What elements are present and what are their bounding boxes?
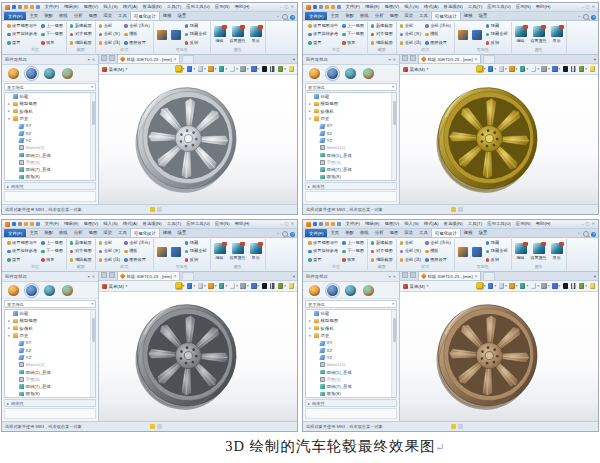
panel-menu-icon[interactable]: ▾ (389, 57, 391, 62)
expander-icon[interactable]: ▸ (308, 401, 310, 406)
viewport-canvas[interactable] (400, 75, 598, 204)
close-button[interactable]: ✕ (591, 220, 595, 228)
ribbon-tab[interactable]: 可视化设计 (130, 12, 160, 20)
ribbon-tab[interactable]: 工具 (416, 12, 431, 19)
ribbon-tab[interactable]: 渲染 (401, 229, 416, 236)
ribbon-big-button[interactable]: 设置属性 (230, 26, 246, 43)
shaded-style-icon[interactable]: ▾ (208, 283, 216, 289)
tree-item[interactable]: 圆角(8) (306, 390, 396, 397)
collapse-ribbon-icon[interactable]: ⌃ (577, 15, 581, 20)
find-icon[interactable] (590, 283, 596, 289)
annotation-icon[interactable]: ▾ (240, 283, 248, 289)
part-navigator-icon[interactable] (62, 68, 73, 79)
ribbon-button[interactable]: 上一视图 (342, 23, 364, 29)
ribbon-button[interactable]: 对齐视图 (70, 248, 92, 254)
tab-overflow-icon[interactable]: ▾ (594, 57, 596, 62)
redo-icon[interactable] (30, 5, 34, 9)
assembly-navigator-icon[interactable] (327, 68, 338, 79)
ribbon-button[interactable]: 全部 (99, 240, 121, 246)
snap-point-icon[interactable]: ▾ (176, 283, 184, 289)
background-striped-icon[interactable] (571, 283, 577, 289)
ribbon-tab[interactable]: 主页 (26, 229, 41, 236)
menu-item[interactable]: 文件(F) (45, 3, 59, 11)
ribbon-button[interactable]: 下一视图 (342, 31, 364, 37)
ribbon-button[interactable]: 模板 (124, 31, 150, 37)
menu-item[interactable]: 应用工具(U) (487, 220, 511, 228)
expander-icon[interactable]: ▸ (308, 326, 312, 330)
background-striped-icon[interactable] (270, 283, 276, 289)
tree-item[interactable]: 回转(1)_基体 (306, 368, 396, 375)
assembly-navigator-icon[interactable] (26, 68, 37, 79)
tree-item[interactable]: 草图(3) (5, 159, 95, 166)
tips-icon[interactable] (157, 207, 162, 212)
menu-item[interactable]: 工具(T) (468, 220, 482, 228)
ribbon-tab[interactable]: 渲染 (100, 12, 115, 19)
assembly-navigator-icon[interactable] (26, 285, 37, 296)
layout-icon[interactable]: ▾ (531, 66, 539, 72)
menu-item[interactable]: 插入(S) (404, 3, 419, 11)
tree-item[interactable]: XZ (5, 129, 95, 136)
ribbon-button[interactable]: 重置 (7, 257, 37, 263)
ribbon-tab[interactable]: 工具 (416, 229, 431, 236)
print-icon[interactable] (18, 222, 22, 226)
close-button[interactable]: ✕ (591, 3, 595, 11)
ribbon-big-button[interactable]: 设置属性 (230, 243, 246, 260)
ribbon-button[interactable]: 新建截面 (371, 23, 393, 29)
minimize-button[interactable]: ‒ (280, 220, 282, 228)
ribbon-button[interactable]: 设置视图居中 (308, 240, 338, 246)
menu-item[interactable]: 工具(T) (167, 220, 181, 228)
ribbon-tab[interactable]: 曲线 (357, 229, 372, 236)
panel-close-icon[interactable]: ✕ (92, 274, 95, 279)
menu-item[interactable]: 编辑(E) (365, 3, 380, 11)
menu-item[interactable]: 视图(V) (84, 3, 99, 11)
tree-item[interactable]: XY (5, 122, 95, 129)
ribbon-button[interactable]: 模板 (425, 31, 451, 37)
ribbon-tab[interactable]: 场景 (476, 229, 491, 236)
minimize-button[interactable]: ‒ (280, 3, 282, 11)
snap-point-icon[interactable]: ▾ (176, 66, 184, 72)
hide-icon[interactable] (472, 247, 482, 257)
document-tab[interactable]: 轮毂-30ETD5.23 - [mm] × (117, 271, 180, 280)
snap-point-icon[interactable]: ▾ (477, 66, 485, 72)
ribbon-button[interactable]: 全部 (浅) (99, 40, 121, 46)
ribbon-tab[interactable]: 曲线 (56, 12, 71, 19)
menu-item[interactable]: 文件(F) (45, 220, 59, 228)
history-browser-icon[interactable] (8, 285, 19, 296)
history-browser-icon[interactable] (8, 68, 19, 79)
new-tab-stub[interactable] (182, 55, 194, 63)
wheel-3d-model[interactable] (424, 293, 555, 418)
tab-scroll-right-icon[interactable] (109, 55, 115, 61)
menu-item[interactable]: 文件(F) (346, 220, 360, 228)
cue-icon[interactable] (451, 424, 456, 429)
show-icon[interactable] (458, 30, 468, 40)
expander-icon[interactable]: ▸ (7, 184, 9, 189)
menu-item[interactable]: 视图(V) (385, 3, 400, 11)
display-filter-dropdown[interactable]: 显示筛选 ▾ (305, 83, 397, 91)
menu-item[interactable]: 编辑(E) (365, 220, 380, 228)
tree-item[interactable]: ▸模型视图 (306, 317, 396, 324)
menu-item[interactable]: 首选项(N) (443, 3, 462, 11)
scrollbar-thumb[interactable] (393, 101, 396, 125)
redo-icon[interactable] (331, 222, 335, 226)
part-navigator-icon[interactable] (363, 68, 374, 79)
tree-item[interactable]: YZ (5, 137, 95, 144)
undo-icon[interactable] (325, 5, 329, 9)
window-display-icon[interactable]: ▾ (198, 283, 206, 289)
menu-item[interactable]: 帮助(H) (536, 3, 551, 11)
undo-icon[interactable] (24, 5, 28, 9)
tab-scroll-right-icon[interactable] (410, 272, 416, 278)
tree-item[interactable]: 圆角(8) (5, 173, 95, 180)
help-icon[interactable]: ? (591, 232, 596, 237)
menu-item[interactable]: 格式(A) (424, 220, 439, 228)
tree-item[interactable]: XZ (306, 346, 396, 353)
menu-button[interactable]: 菜单(M) ▾ (102, 284, 127, 289)
tree-item[interactable]: 回转(7)_基体 (5, 166, 95, 173)
shaded-style-icon[interactable]: ▾ (509, 283, 517, 289)
ribbon-tab[interactable]: 主页 (327, 12, 342, 19)
tree-item[interactable]: ▸摄像机 (5, 108, 95, 115)
tree-item[interactable]: XY (306, 122, 396, 129)
ribbon-tab[interactable]: 工具 (115, 229, 130, 236)
wheel-svg[interactable] (123, 76, 254, 201)
tree-item[interactable]: 草图(3) (5, 376, 95, 383)
ribbon-big-button[interactable]: 设置属性 (531, 243, 547, 260)
